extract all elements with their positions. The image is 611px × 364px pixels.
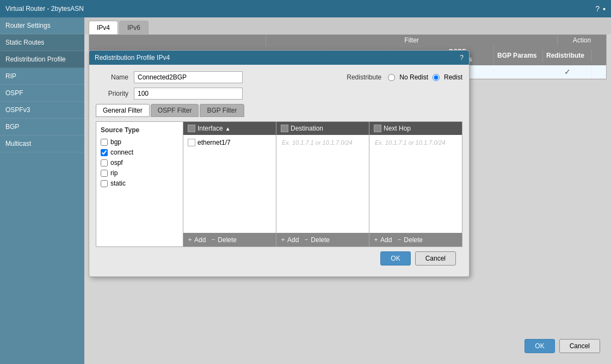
tab-ipv6[interactable]: IPv6 bbox=[119, 21, 149, 34]
priority-input[interactable] bbox=[134, 88, 243, 100]
source-ospf: ospf bbox=[101, 159, 178, 166]
destination-filter-col: Destination Ex. 10.1.7.1 or 10.1.7.0/24 … bbox=[276, 122, 369, 246]
dialog-title-bar: Redistribution Profile IPv4 ? bbox=[89, 51, 469, 65]
nexthop-delete-button[interactable]: － Delete bbox=[396, 235, 423, 244]
tab-ipv4[interactable]: IPv4 bbox=[89, 21, 118, 34]
nexthop-placeholder: Ex. 10.1.7.1 or 10.1.7.0/24 bbox=[372, 137, 460, 148]
dialog-title-text: Redistribution Profile IPv4 bbox=[95, 54, 170, 61]
dialog-ok-button[interactable]: OK bbox=[380, 251, 410, 266]
interface-col-header: Interface ▲ bbox=[183, 122, 276, 135]
row-bgp bbox=[494, 70, 543, 74]
sidebar-item-ospfv3[interactable]: OSPFv3 bbox=[0, 102, 84, 119]
sidebar-item-bgp[interactable]: BGP bbox=[0, 119, 84, 135]
inner-tabs: General Filter OSPF Filter BGP Filter bbox=[96, 104, 462, 117]
col-header-redistribute: Redistribute bbox=[543, 50, 592, 61]
redistribute-group: Redistribute No Redist Redist bbox=[347, 71, 462, 83]
source-ospf-label: ospf bbox=[110, 159, 123, 166]
interface-sort-icon[interactable]: ▲ bbox=[225, 126, 231, 132]
nexthop-filter-col: Next Hop Ex. 10.1.7.1 or 10.1.7.0/24 ＋ A… bbox=[369, 122, 462, 246]
destination-col-header: Destination bbox=[276, 122, 369, 135]
plus-icon-nh: ＋ bbox=[373, 235, 379, 244]
main-ok-button[interactable]: OK bbox=[524, 339, 554, 353]
source-type-panel: Source Type bgp connect os bbox=[96, 122, 183, 246]
destination-col-label: Destination bbox=[291, 125, 323, 132]
tab-bgp-filter[interactable]: BGP Filter bbox=[200, 104, 244, 117]
title-bar: Virtual Router - 2bytesASN ? ▪ bbox=[0, 0, 611, 17]
redistribute-label: Redistribute bbox=[347, 73, 381, 81]
source-bgp-label: bgp bbox=[110, 138, 121, 146]
redist-radio[interactable] bbox=[433, 74, 440, 81]
nexthop-col-label: Next Hop bbox=[384, 125, 411, 132]
dialog-help-icon[interactable]: ? bbox=[460, 54, 464, 61]
content-area: IPv4 IPv6 Filter Action bbox=[84, 17, 611, 364]
minus-icon: － bbox=[210, 235, 217, 244]
dialog-footer: OK Cancel bbox=[96, 247, 462, 270]
window-icon[interactable]: ▪ bbox=[603, 4, 606, 13]
source-static: static bbox=[101, 180, 178, 187]
destination-header-check[interactable] bbox=[281, 125, 288, 132]
destination-col-footer: ＋ Add － Delete bbox=[276, 233, 369, 246]
redist-label: Redist bbox=[444, 73, 462, 81]
plus-icon: ＋ bbox=[187, 235, 193, 244]
sidebar-item-ospf[interactable]: OSPF bbox=[0, 85, 84, 102]
nexthop-add-button[interactable]: ＋ Add bbox=[373, 235, 392, 244]
priority-label: Priority bbox=[96, 90, 128, 97]
interface-col-footer: ＋ Add － Delete bbox=[183, 233, 276, 246]
interface-add-button[interactable]: ＋ Add bbox=[187, 235, 206, 244]
source-connect: connect bbox=[101, 149, 178, 156]
source-rip-checkbox[interactable] bbox=[101, 170, 108, 177]
sidebar: Router Settings Static Routes Redistribu… bbox=[0, 17, 84, 364]
sidebar-item-multicast[interactable]: Multicast bbox=[0, 135, 84, 152]
source-ospf-checkbox[interactable] bbox=[101, 159, 108, 166]
row-redistribute: ✓ bbox=[543, 65, 592, 78]
minus-icon-nh: － bbox=[396, 235, 403, 244]
main-footer: OK Cancel bbox=[524, 339, 600, 353]
interface-col-label: Interface bbox=[198, 125, 223, 132]
interface-col-content: ethernet1/7 bbox=[183, 135, 276, 233]
filter-header: Filter bbox=[266, 35, 557, 46]
plus-icon-dest: ＋ bbox=[280, 235, 286, 244]
tab-ospf-filter[interactable]: OSPF Filter bbox=[151, 104, 199, 117]
destination-add-button[interactable]: ＋ Add bbox=[280, 235, 299, 244]
nexthop-col-header: Next Hop bbox=[369, 122, 462, 135]
source-connect-checkbox[interactable] bbox=[101, 149, 108, 156]
interface-row-check[interactable] bbox=[188, 139, 195, 146]
action-header: Action bbox=[557, 35, 606, 46]
nexthop-header-check[interactable] bbox=[374, 125, 381, 132]
destination-col-content: Ex. 10.1.7.1 or 10.1.7.0/24 bbox=[276, 135, 369, 233]
col-header-bgp: BGP Params bbox=[494, 50, 543, 61]
no-redist-radio[interactable] bbox=[388, 74, 395, 81]
source-rip: rip bbox=[101, 169, 178, 177]
filter-content: Source Type bgp connect os bbox=[96, 121, 462, 247]
interface-value: ethernet1/7 bbox=[198, 139, 231, 146]
redistribution-dialog: Redistribution Profile IPv4 ? Name Redis… bbox=[89, 50, 470, 277]
sidebar-item-rip[interactable]: RIP bbox=[0, 68, 84, 85]
tab-general-filter[interactable]: General Filter bbox=[96, 104, 150, 117]
interface-header-check[interactable] bbox=[188, 125, 195, 132]
main-cancel-button[interactable]: Cancel bbox=[559, 339, 600, 353]
no-redist-label: No Redist bbox=[399, 73, 428, 81]
nexthop-col-footer: ＋ Add － Delete bbox=[369, 233, 462, 246]
source-type-title: Source Type bbox=[101, 126, 178, 134]
interface-delete-button[interactable]: － Delete bbox=[210, 235, 237, 244]
tab-bar: IPv4 IPv6 bbox=[84, 17, 611, 34]
name-input[interactable] bbox=[134, 71, 243, 83]
source-connect-label: connect bbox=[110, 149, 133, 156]
name-label: Name bbox=[96, 73, 128, 81]
source-static-checkbox[interactable] bbox=[101, 180, 108, 187]
destination-placeholder: Ex. 10.1.7.1 or 10.1.7.0/24 bbox=[279, 137, 367, 148]
help-icon[interactable]: ? bbox=[595, 4, 600, 13]
minus-icon-dest: － bbox=[303, 235, 310, 244]
source-static-label: static bbox=[110, 180, 126, 187]
sidebar-item-router-settings[interactable]: Router Settings bbox=[0, 17, 84, 34]
sidebar-item-redistribution-profile[interactable]: Redistribution Profile bbox=[0, 51, 84, 68]
dialog-cancel-button[interactable]: Cancel bbox=[415, 251, 456, 266]
sidebar-item-static-routes[interactable]: Static Routes bbox=[0, 34, 84, 51]
destination-delete-button[interactable]: － Delete bbox=[303, 235, 330, 244]
source-bgp: bgp bbox=[101, 138, 178, 146]
source-bgp-checkbox[interactable] bbox=[101, 139, 108, 146]
interface-row: ethernet1/7 bbox=[186, 137, 274, 148]
app-title: Virtual Router - 2bytesASN bbox=[5, 5, 84, 13]
nexthop-col-content: Ex. 10.1.7.1 or 10.1.7.0/24 bbox=[369, 135, 462, 233]
interface-filter-col: Interface ▲ ethernet1/7 bbox=[183, 122, 276, 246]
